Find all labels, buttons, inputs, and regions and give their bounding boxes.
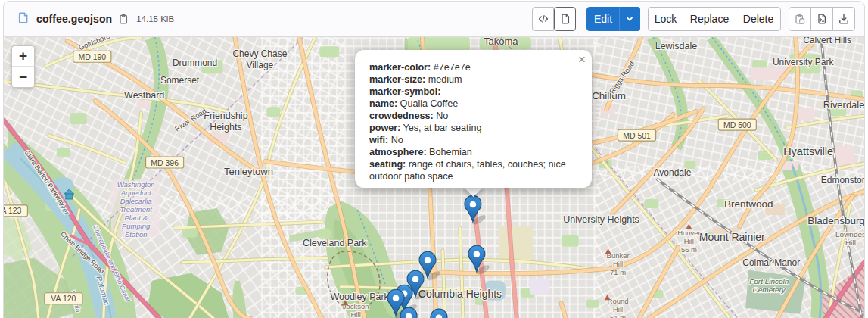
- feature-popup: × marker-color: #7e7e7emarker-size: medi…: [355, 50, 592, 188]
- popup-property: seating: range of chairs, tables, couche…: [369, 158, 577, 182]
- edit-split-button: Edit: [586, 7, 640, 31]
- road-shield: VA 120: [45, 293, 82, 304]
- svg-text:Somerset: Somerset: [160, 75, 200, 86]
- svg-text:Lewisdale: Lewisdale: [655, 41, 698, 51]
- svg-text:MD 501: MD 501: [623, 132, 651, 140]
- svg-text:Tenleytown: Tenleytown: [224, 166, 273, 177]
- svg-text:Columbia Heights: Columbia Heights: [418, 288, 502, 300]
- place-label: Columbia Heights: [418, 288, 502, 300]
- place-label: University Heights: [563, 214, 639, 225]
- file-size: 14.15 KiB: [136, 14, 174, 23]
- file-header: coffee.geojson 14.15 KiB Edit Lock Repla…: [4, 2, 864, 37]
- popup-property: name: Qualia Coffee: [369, 98, 577, 110]
- svg-text:Edmonston: Edmonston: [821, 175, 864, 186]
- popup-property: wifi: No: [369, 134, 577, 146]
- svg-text:Brentwood: Brentwood: [724, 198, 773, 210]
- svg-text:MD 190: MD 190: [78, 53, 106, 61]
- open-raw-button[interactable]: [810, 7, 833, 31]
- copy-file-path-button[interactable]: [118, 13, 130, 25]
- svg-text:VA 120: VA 120: [51, 295, 76, 303]
- road-shield: MD 396: [146, 157, 184, 168]
- lock-button[interactable]: Lock: [648, 7, 683, 31]
- download-button[interactable]: [832, 7, 855, 31]
- place-label: Brentwood: [724, 198, 773, 210]
- file-name: coffee.geojson: [36, 13, 112, 25]
- place-label: Hyattsville: [783, 145, 833, 157]
- svg-text:MD 500: MD 500: [723, 121, 751, 129]
- place-label: Westbard: [124, 90, 164, 101]
- svg-text:Cleveland Park: Cleveland Park: [303, 238, 367, 248]
- popup-property: power: Yes, at bar seating: [369, 122, 577, 134]
- edit-dropdown-toggle[interactable]: [619, 7, 640, 31]
- place-label: Avondale: [654, 167, 692, 178]
- popup-property: marker-size: medium: [369, 73, 577, 86]
- place-label: Calvert Hills: [803, 37, 851, 45]
- place-label: Lewisdale: [655, 41, 698, 51]
- svg-text:Colmar Manor: Colmar Manor: [742, 257, 800, 268]
- svg-text:University Park: University Park: [773, 57, 833, 67]
- popup-property: crowdedness: No: [369, 110, 577, 122]
- road-shield: A 123: [4, 205, 27, 217]
- svg-text:University Heights: University Heights: [563, 214, 639, 225]
- place-label: Bladensburg: [807, 215, 864, 226]
- place-label: Edmonston: [821, 175, 864, 186]
- place-label: Riverdale: [823, 99, 864, 111]
- display-source-button[interactable]: [532, 7, 554, 31]
- display-rendered-file-button[interactable]: [554, 7, 576, 31]
- zoom-in-button[interactable]: +: [12, 46, 34, 67]
- viewer-toggle: [532, 7, 576, 31]
- replace-button[interactable]: Replace: [683, 7, 736, 31]
- geojson-map[interactable]: TakomaChevy ChaseVillageDrummondSomerset…: [4, 37, 864, 318]
- file-icon-buttons: [789, 7, 855, 31]
- place-label: Tenleytown: [224, 166, 273, 177]
- place-label: FriendshipHeights: [204, 111, 247, 132]
- place-label: Somerset: [160, 75, 200, 86]
- place-label: Colmar Manor: [742, 257, 800, 268]
- svg-text:Westbard: Westbard: [124, 90, 164, 101]
- popup-property: atmosphere: Bohemian: [369, 146, 577, 158]
- place-label: Cleveland Park: [303, 238, 367, 248]
- svg-text:Bladensburg: Bladensburg: [807, 215, 864, 226]
- svg-text:WashingtonAqueductDalecarliaTr: WashingtonAqueductDalecarliaTreatmentPla…: [117, 180, 155, 238]
- file-icon: [17, 11, 30, 26]
- svg-text:Drummond: Drummond: [173, 58, 217, 68]
- road-shield: MD 500: [718, 119, 756, 130]
- svg-text:MD 396: MD 396: [151, 159, 179, 167]
- zoom-out-button[interactable]: −: [12, 67, 34, 87]
- svg-text:Calvert Hills: Calvert Hills: [803, 37, 851, 45]
- road-shield: MD 501: [618, 129, 655, 141]
- road-shield: MD 190: [73, 51, 111, 62]
- place-label: Fort LincolnCemetery: [749, 277, 789, 294]
- svg-text:Woodley Park: Woodley Park: [330, 292, 389, 302]
- place-label: WashingtonAqueductDalecarliaTreatmentPla…: [117, 180, 155, 238]
- popup-properties: marker-color: #7e7e7emarker-size: medium…: [369, 61, 577, 182]
- svg-text:A 123: A 123: [4, 207, 22, 215]
- popup-property: marker-symbol:: [369, 86, 577, 98]
- file-buttons: Lock Replace Delete: [648, 7, 781, 31]
- map-zoom-control: + −: [11, 45, 35, 88]
- delete-button[interactable]: Delete: [736, 7, 781, 31]
- file-title-group: coffee.geojson 14.15 KiB: [17, 11, 174, 26]
- gitlab-file-viewer: coffee.geojson 14.15 KiB Edit Lock Repla…: [0, 0, 868, 318]
- svg-text:Mount Rainier: Mount Rainier: [699, 231, 765, 243]
- svg-text:Fort LincolnCemetery: Fort LincolnCemetery: [749, 277, 789, 294]
- edit-button[interactable]: Edit: [586, 7, 620, 31]
- place-label: Drummond: [173, 58, 217, 68]
- svg-text:Takoma: Takoma: [484, 37, 518, 47]
- svg-text:Hyattsville: Hyattsville: [783, 145, 833, 157]
- svg-text:Riverdale: Riverdale: [823, 99, 864, 111]
- place-label: University Park: [773, 57, 833, 67]
- svg-text:Avondale: Avondale: [654, 167, 692, 178]
- svg-text:FriendshipHeights: FriendshipHeights: [204, 111, 247, 132]
- popup-property: marker-color: #7e7e7e: [369, 61, 577, 73]
- file-holder: coffee.geojson 14.15 KiB Edit Lock Repla…: [3, 1, 865, 318]
- file-actions: Edit Lock Replace Delete: [532, 7, 855, 31]
- place-label: Mount Rainier: [699, 231, 765, 243]
- place-label: Takoma: [484, 37, 518, 47]
- place-label: Woodley Park: [330, 292, 389, 302]
- copy-file-contents-button[interactable]: [789, 7, 811, 31]
- popup-close-button[interactable]: ×: [578, 53, 586, 66]
